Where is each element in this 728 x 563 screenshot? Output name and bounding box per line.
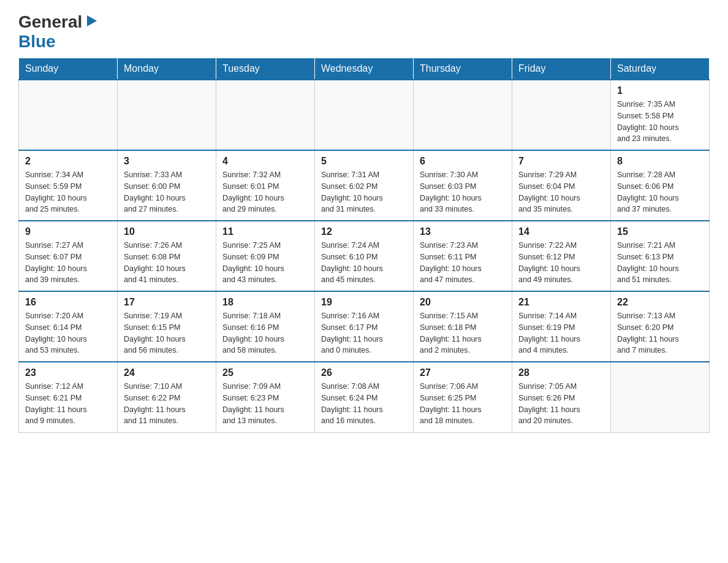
- calendar-table: SundayMondayTuesdayWednesdayThursdayFrid…: [18, 58, 710, 433]
- day-info: Sunrise: 7:10 AM Sunset: 6:22 PM Dayligh…: [124, 381, 210, 427]
- day-number: 5: [321, 156, 407, 167]
- day-number: 24: [124, 367, 210, 378]
- calendar-cell: 9Sunrise: 7:27 AM Sunset: 6:07 PM Daylig…: [19, 221, 118, 291]
- day-of-week-header: Friday: [512, 58, 611, 80]
- day-number: 19: [321, 297, 407, 308]
- day-number: 11: [222, 226, 308, 237]
- day-number: 28: [518, 367, 604, 378]
- day-number: 8: [617, 156, 703, 167]
- day-info: Sunrise: 7:06 AM Sunset: 6:25 PM Dayligh…: [420, 381, 506, 427]
- day-number: 17: [124, 297, 210, 308]
- day-info: Sunrise: 7:18 AM Sunset: 6:16 PM Dayligh…: [222, 310, 308, 356]
- calendar-cell: [118, 80, 216, 150]
- logo-general-text: General: [18, 12, 82, 32]
- day-of-week-header: Wednesday: [315, 58, 414, 80]
- day-info: Sunrise: 7:25 AM Sunset: 6:09 PM Dayligh…: [222, 240, 308, 286]
- calendar-cell: 18Sunrise: 7:18 AM Sunset: 6:16 PM Dayli…: [216, 291, 315, 362]
- day-of-week-header: Monday: [118, 58, 216, 80]
- day-number: 22: [617, 297, 703, 308]
- day-info: Sunrise: 7:33 AM Sunset: 6:00 PM Dayligh…: [124, 169, 210, 215]
- calendar-week-row: 16Sunrise: 7:20 AM Sunset: 6:14 PM Dayli…: [19, 291, 710, 362]
- calendar-cell: 19Sunrise: 7:16 AM Sunset: 6:17 PM Dayli…: [315, 291, 414, 362]
- calendar-cell: 23Sunrise: 7:12 AM Sunset: 6:21 PM Dayli…: [19, 362, 118, 432]
- calendar-cell: 15Sunrise: 7:21 AM Sunset: 6:13 PM Dayli…: [611, 221, 710, 291]
- calendar-week-row: 1Sunrise: 7:35 AM Sunset: 5:58 PM Daylig…: [19, 80, 710, 150]
- calendar-week-row: 23Sunrise: 7:12 AM Sunset: 6:21 PM Dayli…: [19, 362, 710, 432]
- day-info: Sunrise: 7:27 AM Sunset: 6:07 PM Dayligh…: [25, 240, 111, 286]
- day-info: Sunrise: 7:09 AM Sunset: 6:23 PM Dayligh…: [222, 381, 308, 427]
- day-info: Sunrise: 7:21 AM Sunset: 6:13 PM Dayligh…: [617, 240, 703, 286]
- day-info: Sunrise: 7:12 AM Sunset: 6:21 PM Dayligh…: [25, 381, 111, 427]
- calendar-cell: 6Sunrise: 7:30 AM Sunset: 6:03 PM Daylig…: [414, 150, 512, 221]
- day-number: 4: [222, 156, 308, 167]
- day-info: Sunrise: 7:15 AM Sunset: 6:18 PM Dayligh…: [420, 310, 506, 356]
- calendar-cell: 26Sunrise: 7:08 AM Sunset: 6:24 PM Dayli…: [315, 362, 414, 432]
- day-number: 26: [321, 367, 407, 378]
- day-info: Sunrise: 7:28 AM Sunset: 6:06 PM Dayligh…: [617, 169, 703, 215]
- calendar-cell: [611, 362, 710, 432]
- day-info: Sunrise: 7:32 AM Sunset: 6:01 PM Dayligh…: [222, 169, 308, 215]
- day-number: 12: [321, 226, 407, 237]
- day-number: 15: [617, 226, 703, 237]
- day-number: 27: [420, 367, 506, 378]
- day-number: 7: [518, 156, 604, 167]
- day-number: 2: [25, 156, 111, 167]
- page-header: General Blue: [18, 12, 710, 52]
- day-info: Sunrise: 7:35 AM Sunset: 5:58 PM Dayligh…: [617, 99, 703, 145]
- logo-blue-text: Blue: [18, 32, 56, 51]
- day-info: Sunrise: 7:31 AM Sunset: 6:02 PM Dayligh…: [321, 169, 407, 215]
- day-number: 1: [617, 85, 703, 96]
- calendar-cell: 25Sunrise: 7:09 AM Sunset: 6:23 PM Dayli…: [216, 362, 315, 432]
- calendar-cell: 20Sunrise: 7:15 AM Sunset: 6:18 PM Dayli…: [414, 291, 512, 362]
- calendar-cell: [512, 80, 611, 150]
- calendar-cell: 10Sunrise: 7:26 AM Sunset: 6:08 PM Dayli…: [118, 221, 216, 291]
- calendar-cell: 14Sunrise: 7:22 AM Sunset: 6:12 PM Dayli…: [512, 221, 611, 291]
- day-info: Sunrise: 7:29 AM Sunset: 6:04 PM Dayligh…: [518, 169, 604, 215]
- calendar-cell: 2Sunrise: 7:34 AM Sunset: 5:59 PM Daylig…: [19, 150, 118, 221]
- calendar-cell: [19, 80, 118, 150]
- calendar-cell: 12Sunrise: 7:24 AM Sunset: 6:10 PM Dayli…: [315, 221, 414, 291]
- day-info: Sunrise: 7:26 AM Sunset: 6:08 PM Dayligh…: [124, 240, 210, 286]
- calendar-cell: 7Sunrise: 7:29 AM Sunset: 6:04 PM Daylig…: [512, 150, 611, 221]
- day-number: 23: [25, 367, 111, 378]
- day-number: 16: [25, 297, 111, 308]
- day-number: 21: [518, 297, 604, 308]
- day-number: 18: [222, 297, 308, 308]
- calendar-cell: 21Sunrise: 7:14 AM Sunset: 6:19 PM Dayli…: [512, 291, 611, 362]
- day-of-week-header: Tuesday: [216, 58, 315, 80]
- calendar-cell: [315, 80, 414, 150]
- day-number: 20: [420, 297, 506, 308]
- calendar-cell: 1Sunrise: 7:35 AM Sunset: 5:58 PM Daylig…: [611, 80, 710, 150]
- day-number: 3: [124, 156, 210, 167]
- day-of-week-header: Saturday: [611, 58, 710, 80]
- calendar-cell: [414, 80, 512, 150]
- day-info: Sunrise: 7:23 AM Sunset: 6:11 PM Dayligh…: [420, 240, 506, 286]
- day-info: Sunrise: 7:05 AM Sunset: 6:26 PM Dayligh…: [518, 381, 604, 427]
- calendar-cell: 17Sunrise: 7:19 AM Sunset: 6:15 PM Dayli…: [118, 291, 216, 362]
- logo-arrow-icon: [85, 14, 98, 30]
- day-of-week-header: Thursday: [414, 58, 512, 80]
- day-info: Sunrise: 7:19 AM Sunset: 6:15 PM Dayligh…: [124, 310, 210, 356]
- calendar-cell: 11Sunrise: 7:25 AM Sunset: 6:09 PM Dayli…: [216, 221, 315, 291]
- svg-marker-0: [87, 15, 97, 26]
- calendar-cell: 28Sunrise: 7:05 AM Sunset: 6:26 PM Dayli…: [512, 362, 611, 432]
- calendar-cell: [216, 80, 315, 150]
- day-info: Sunrise: 7:16 AM Sunset: 6:17 PM Dayligh…: [321, 310, 407, 356]
- day-number: 9: [25, 226, 111, 237]
- day-info: Sunrise: 7:20 AM Sunset: 6:14 PM Dayligh…: [25, 310, 111, 356]
- day-number: 6: [420, 156, 506, 167]
- day-info: Sunrise: 7:34 AM Sunset: 5:59 PM Dayligh…: [25, 169, 111, 215]
- calendar-cell: 3Sunrise: 7:33 AM Sunset: 6:00 PM Daylig…: [118, 150, 216, 221]
- day-info: Sunrise: 7:13 AM Sunset: 6:20 PM Dayligh…: [617, 310, 703, 356]
- day-of-week-header: Sunday: [19, 58, 118, 80]
- day-info: Sunrise: 7:30 AM Sunset: 6:03 PM Dayligh…: [420, 169, 506, 215]
- calendar-cell: 4Sunrise: 7:32 AM Sunset: 6:01 PM Daylig…: [216, 150, 315, 221]
- day-info: Sunrise: 7:08 AM Sunset: 6:24 PM Dayligh…: [321, 381, 407, 427]
- day-number: 10: [124, 226, 210, 237]
- day-info: Sunrise: 7:22 AM Sunset: 6:12 PM Dayligh…: [518, 240, 604, 286]
- calendar-cell: 5Sunrise: 7:31 AM Sunset: 6:02 PM Daylig…: [315, 150, 414, 221]
- calendar-header-row: SundayMondayTuesdayWednesdayThursdayFrid…: [19, 58, 710, 80]
- calendar-week-row: 2Sunrise: 7:34 AM Sunset: 5:59 PM Daylig…: [19, 150, 710, 221]
- calendar-cell: 22Sunrise: 7:13 AM Sunset: 6:20 PM Dayli…: [611, 291, 710, 362]
- calendar-cell: 16Sunrise: 7:20 AM Sunset: 6:14 PM Dayli…: [19, 291, 118, 362]
